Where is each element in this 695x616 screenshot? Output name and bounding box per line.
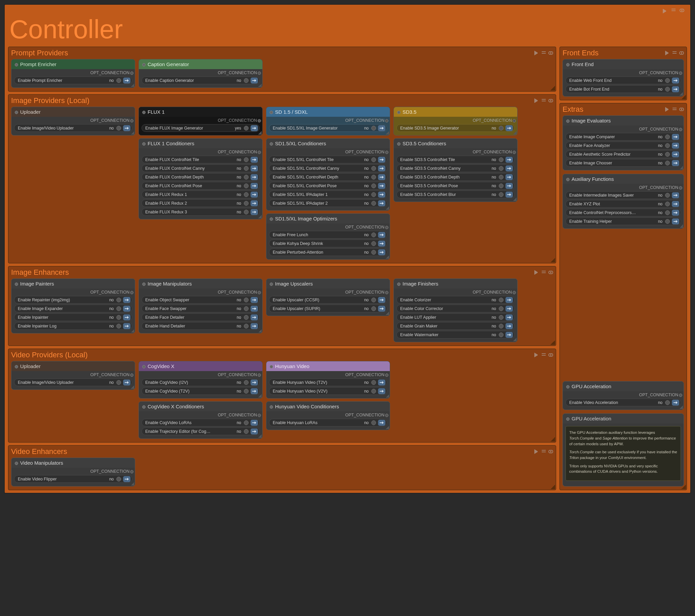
- resize-handle[interactable]: [681, 95, 686, 99]
- node-prompt-enricher[interactable]: Prompt EnricherOPT_CONNECTIONEnable Prom…: [11, 59, 135, 88]
- resize-handle[interactable]: [550, 484, 555, 489]
- grip-icon[interactable]: [542, 450, 546, 453]
- toggle-switch[interactable]: [665, 210, 670, 215]
- arrow-button[interactable]: [506, 165, 513, 171]
- toggle-switch[interactable]: [244, 166, 249, 171]
- toggle-switch[interactable]: [371, 306, 376, 311]
- node-video-manipulators[interactable]: Video ManipulatorsOPT_CONNECTIONEnable V…: [11, 457, 135, 486]
- node-image-painters[interactable]: Image PaintersOPT_CONNECTIONEnable Repai…: [11, 279, 135, 333]
- toggle-row[interactable]: Enable SD3.5 ControlNet Tileno: [396, 156, 514, 163]
- resize-handle[interactable]: [680, 224, 683, 228]
- toggle-switch[interactable]: [244, 380, 249, 385]
- arrow-button[interactable]: [378, 306, 385, 312]
- toggle-row[interactable]: Enable Trajectory Editor (for Cog…no: [141, 428, 260, 435]
- arrow-button[interactable]: [251, 200, 258, 206]
- toggle-row[interactable]: Enable XYZ Plotno: [565, 200, 681, 208]
- toggle-row[interactable]: Enable SD1.5/XL ControlNet Cannyno: [269, 164, 387, 172]
- toggle-row[interactable]: Enable Perturbed-Attentionno: [269, 248, 387, 256]
- opt-connection-port[interactable]: OPT_CONNECTION: [139, 69, 262, 76]
- opt-connection-port[interactable]: OPT_CONNECTION: [139, 288, 262, 295]
- arrow-button[interactable]: [672, 218, 679, 224]
- arrow-button[interactable]: [506, 174, 513, 180]
- toggle-switch[interactable]: [116, 324, 121, 329]
- toggle-switch[interactable]: [244, 184, 249, 188]
- grip-icon[interactable]: [542, 353, 546, 357]
- toggle-row[interactable]: Enable SD3.5 ControlNet Blurno: [396, 190, 514, 198]
- toggle-switch[interactable]: [371, 241, 376, 246]
- toggle-switch[interactable]: [116, 380, 121, 385]
- toggle-row[interactable]: Enable SD3.5 ControlNet Depthno: [396, 173, 514, 181]
- arrow-button[interactable]: [672, 143, 679, 149]
- play-icon[interactable]: [663, 9, 667, 13]
- node-title[interactable]: Image Painters: [12, 279, 135, 288]
- node-title[interactable]: FLUX 1: [139, 107, 262, 117]
- toggle-switch[interactable]: [244, 298, 249, 302]
- toggle-switch[interactable]: [371, 420, 376, 425]
- toggle-switch[interactable]: [665, 87, 670, 91]
- node-uploader[interactable]: UploaderOPT_CONNECTIONEnable Image/Video…: [11, 107, 135, 135]
- node-title[interactable]: CogVideo X Conditioners: [139, 402, 262, 411]
- toggle-switch[interactable]: [371, 157, 376, 162]
- toggle-switch[interactable]: [371, 298, 376, 302]
- toggle-row[interactable]: Enable Video Flipperno: [14, 475, 132, 483]
- toggle-row[interactable]: Enable Face Swapperno: [141, 305, 260, 312]
- arrow-button[interactable]: [251, 157, 258, 163]
- toggle-row[interactable]: Enable Watermarkerno: [396, 331, 514, 338]
- arrow-button[interactable]: [672, 210, 679, 216]
- arrow-button[interactable]: [378, 232, 385, 238]
- toggle-row[interactable]: Enable FLUX Image Generatoryes: [141, 124, 260, 132]
- toggle-row[interactable]: Enable SD3.5 Image Generatorno: [396, 124, 514, 132]
- arrow-button[interactable]: [123, 78, 131, 84]
- node-title[interactable]: Caption Generator: [139, 60, 262, 69]
- resize-handle[interactable]: [131, 84, 134, 87]
- resize-handle[interactable]: [680, 166, 683, 169]
- node-title[interactable]: Uploader: [12, 361, 135, 371]
- eye-icon[interactable]: [679, 51, 684, 55]
- node-sd35[interactable]: SD3.5OPT_CONNECTIONEnable SD3.5 Image Ge…: [393, 107, 518, 135]
- toggle-switch[interactable]: [244, 210, 249, 214]
- node-title[interactable]: Image Upscalers: [266, 279, 390, 288]
- node-title[interactable]: Image Evaluators: [563, 116, 683, 126]
- toggle-switch[interactable]: [665, 143, 670, 148]
- node-cogvideo-conditioners[interactable]: CogVideo X ConditionersOPT_CONNECTIONEna…: [138, 401, 262, 439]
- arrow-button[interactable]: [378, 165, 385, 171]
- toggle-switch[interactable]: [371, 175, 376, 180]
- resize-handle[interactable]: [258, 215, 261, 218]
- arrow-button[interactable]: [123, 380, 131, 385]
- arrow-button[interactable]: [251, 306, 258, 312]
- eye-icon[interactable]: [548, 353, 553, 357]
- opt-connection-port[interactable]: OPT_CONNECTION: [266, 371, 390, 378]
- toggle-row[interactable]: Enable FLUX ControlNet Depthno: [141, 173, 260, 181]
- node-title[interactable]: Image Finishers: [394, 279, 517, 288]
- play-icon[interactable]: [534, 51, 539, 55]
- node-hunyuan[interactable]: Hunyuan VideoOPT_CONNECTIONEnable Hunyua…: [266, 361, 390, 399]
- arrow-button[interactable]: [672, 400, 679, 406]
- toggle-switch[interactable]: [499, 306, 504, 311]
- resize-handle[interactable]: [680, 406, 683, 409]
- resize-handle[interactable]: [386, 131, 389, 135]
- grip-icon[interactable]: [673, 108, 677, 111]
- eye-icon[interactable]: [548, 99, 553, 102]
- eye-icon[interactable]: [679, 108, 684, 111]
- opt-connection-port[interactable]: OPT_CONNECTION: [266, 411, 390, 418]
- toggle-switch[interactable]: [499, 192, 504, 197]
- arrow-button[interactable]: [251, 78, 258, 84]
- resize-handle[interactable]: [386, 394, 389, 398]
- toggle-switch[interactable]: [244, 420, 249, 425]
- toggle-row[interactable]: Enable Inpainter Logno: [14, 322, 132, 330]
- arrow-button[interactable]: [506, 192, 513, 198]
- toggle-switch[interactable]: [244, 389, 249, 394]
- arrow-button[interactable]: [378, 297, 385, 303]
- toggle-switch[interactable]: [244, 126, 249, 131]
- toggle-row[interactable]: Enable Bot Front Endno: [565, 85, 681, 93]
- arrow-button[interactable]: [251, 323, 258, 329]
- toggle-row[interactable]: Enable FLUX Redux 3no: [141, 208, 260, 216]
- toggle-row[interactable]: Enable Grain Makerno: [396, 322, 514, 330]
- arrow-button[interactable]: [378, 183, 385, 189]
- node-title[interactable]: CogVideo X: [139, 361, 262, 371]
- node-front-end[interactable]: Front EndOPT_CONNECTIONEnable Web Front …: [562, 59, 684, 97]
- toggle-switch[interactable]: [371, 201, 376, 206]
- toggle-row[interactable]: Enable Video Accelerationno: [565, 399, 681, 406]
- toggle-switch[interactable]: [371, 166, 376, 171]
- arrow-button[interactable]: [506, 297, 513, 303]
